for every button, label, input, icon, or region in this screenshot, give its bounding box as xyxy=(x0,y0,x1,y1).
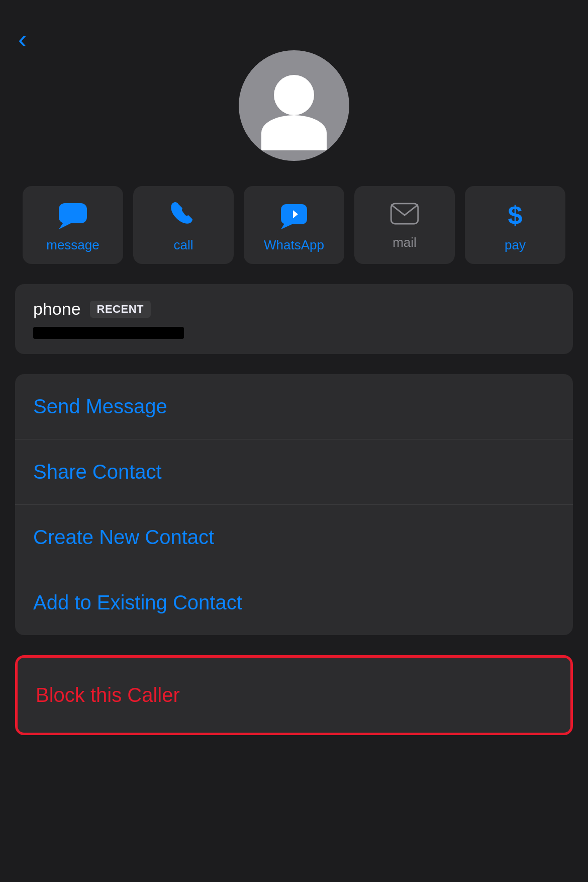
whatsapp-label: WhatsApp xyxy=(264,237,324,253)
avatar-head xyxy=(274,75,314,115)
phone-label: phone xyxy=(33,299,81,319)
svg-marker-1 xyxy=(59,223,71,229)
svg-rect-0 xyxy=(59,203,87,223)
svg-rect-5 xyxy=(391,204,418,224)
add-to-existing-contact-item[interactable]: Add to Existing Contact xyxy=(15,570,573,635)
svg-marker-3 xyxy=(281,224,292,229)
avatar-person-shape xyxy=(261,75,327,150)
mail-label: mail xyxy=(393,235,417,250)
mail-icon xyxy=(390,203,419,225)
pay-label: pay xyxy=(505,237,526,253)
call-icon xyxy=(168,200,199,230)
pay-button[interactable]: $ pay xyxy=(465,186,565,264)
action-buttons-row: message call WhatsApp mail xyxy=(15,186,573,264)
phone-header: phone RECENT xyxy=(33,299,555,319)
message-button[interactable]: message xyxy=(23,186,123,264)
action-list: Send Message Share Contact Create New Co… xyxy=(15,374,573,635)
whatsapp-icon xyxy=(279,200,309,230)
create-new-contact-item[interactable]: Create New Contact xyxy=(15,505,573,570)
phone-section: phone RECENT xyxy=(15,284,573,354)
whatsapp-button[interactable]: WhatsApp xyxy=(244,186,344,264)
screen: ‹ message call xyxy=(0,0,588,882)
message-icon xyxy=(58,200,88,230)
recent-badge: RECENT xyxy=(90,301,151,318)
phone-number-redacted xyxy=(33,327,184,339)
svg-text:$: $ xyxy=(508,201,523,230)
mail-button[interactable]: mail xyxy=(354,186,455,264)
avatar xyxy=(239,50,349,161)
block-section: Block this Caller xyxy=(15,655,573,735)
block-caller-button[interactable]: Block this Caller xyxy=(18,658,570,733)
avatar-body xyxy=(261,115,327,150)
call-button[interactable]: call xyxy=(133,186,234,264)
share-contact-item[interactable]: Share Contact xyxy=(15,439,573,505)
send-message-item[interactable]: Send Message xyxy=(15,374,573,439)
pay-icon: $ xyxy=(500,200,530,230)
call-label: call xyxy=(173,237,193,253)
avatar-container xyxy=(239,50,349,161)
message-label: message xyxy=(46,237,100,253)
back-button[interactable]: ‹ xyxy=(18,26,27,52)
